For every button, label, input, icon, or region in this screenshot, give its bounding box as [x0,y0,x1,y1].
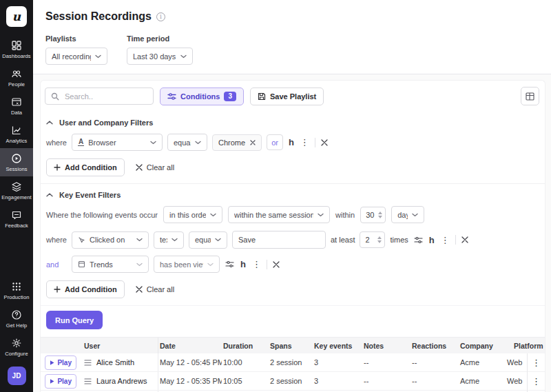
field-select[interactable]: A Browser [72,134,163,151]
event-value-input[interactable] [232,231,326,249]
close-icon [136,286,143,293]
remove-condition-icon[interactable] [320,139,329,146]
event-select[interactable]: Clicked on [72,231,149,249]
page-title: Session Recordings [45,10,152,23]
filter-properties-icon[interactable] [225,260,235,268]
sidebar-item-label: People [8,81,25,87]
event-filters-header[interactable]: Key Event Filters [46,187,539,205]
column-header-user[interactable]: User [83,338,158,353]
column-header-duration[interactable]: Duration [222,342,269,350]
group-condition-icon[interactable]: h [240,260,247,269]
sidebar-item-people[interactable]: People [0,63,33,92]
sidebar-item-analytics[interactable]: Analytics [0,120,33,148]
times-count-value[interactable] [365,236,375,244]
group-condition-icon[interactable]: h [288,138,295,147]
session-duration: 10:00 [222,358,269,367]
time-period-select[interactable]: Last 30 days [127,48,193,65]
page-header: Session Recordings i [33,0,551,29]
sidebar-item-get-help[interactable]: Get Help [0,305,33,333]
times-label: times [390,236,408,244]
property-select[interactable]: text [154,231,184,249]
play-button[interactable]: Play [45,355,76,370]
column-header-date[interactable]: Date [158,342,222,350]
search-input[interactable] [63,92,147,101]
more-options-icon[interactable]: ⋮ [251,260,262,269]
within-value-input[interactable] [360,207,386,223]
columns-button[interactable] [521,87,539,105]
viewed-operator-select[interactable]: has been viewed [154,256,220,273]
chevron-up-icon [46,193,53,197]
sidebar-item-sessions[interactable]: Sessions [0,148,33,176]
row-menu-button[interactable]: ⋮ [528,353,545,372]
chip-label: Chrome [218,138,245,147]
column-header-platform[interactable]: Platform [506,342,545,350]
add-condition-button[interactable]: Add Condition [46,280,125,298]
event-filters-actions: Add Condition Clear all [46,279,539,305]
sidebar-item-dashboards[interactable]: Dashboards [0,35,33,63]
remove-condition-icon[interactable] [272,261,280,268]
sidebar-item-label: Engagement [1,194,32,200]
at-least-label: at least [331,236,355,244]
clear-all-button[interactable]: Clear all [136,285,174,293]
or-button[interactable]: or [267,134,283,150]
chevron-down-icon [215,238,221,242]
sidebar-item-label: Sessions [6,166,27,172]
table-row: Play Laura Andrews May 12 - 05:35 PM 10:… [41,372,545,391]
recordings-card: Conditions 3 Save Playlist [40,80,545,392]
event-select[interactable]: Trends [72,256,149,273]
within-value[interactable] [366,211,375,219]
app-logo[interactable]: u [6,6,27,27]
where-label: where [46,138,67,147]
order-select[interactable]: in this order [163,206,222,223]
user-name: Laura Andrews [96,377,147,385]
row-menu-button[interactable]: ⋮ [528,372,545,391]
session-duration: 10:05 [222,377,269,385]
remove-chip-icon[interactable] [250,140,256,145]
property-value: text [160,236,167,244]
stepper-icon[interactable] [378,212,382,218]
playlists-select[interactable]: All recordings [45,48,107,65]
filter-properties-icon[interactable] [413,236,424,244]
sidebar-item-feedback[interactable]: Feedback [0,205,33,233]
column-header-notes[interactable]: Notes [362,342,410,350]
info-icon[interactable]: i [156,12,165,21]
unit-select[interactable]: days [391,206,424,223]
sidebar-item-configure[interactable]: Configure [0,333,33,361]
divider [315,138,315,147]
event-filter-row-1: where Clicked on text [46,230,539,255]
column-header-key-events[interactable]: Key events [313,342,362,350]
user-avatar[interactable]: JD [8,367,26,385]
session-notes: -- [362,358,410,367]
add-condition-button[interactable]: Add Condition [46,158,125,176]
clear-all-button[interactable]: Clear all [136,163,174,172]
session-reactions: -- [410,377,459,385]
operator-select[interactable]: equals [167,134,207,151]
where-label: where [46,236,67,244]
group-condition-icon[interactable]: h [428,236,435,245]
sidebar-item-data[interactable]: Data [0,92,33,120]
sidebar-item-engagement[interactable]: Engagement [0,176,33,205]
stepper-icon[interactable] [377,236,382,243]
play-button[interactable]: Play [45,374,76,389]
help-icon [11,309,22,320]
session-reactions: -- [410,358,459,367]
user-filters-header[interactable]: User and Company Filters [46,115,539,133]
times-count-input[interactable] [360,231,385,248]
save-playlist-button[interactable]: Save Playlist [250,87,324,105]
column-header-reactions[interactable]: Reactions [410,342,459,350]
session-company: Acme [459,377,506,385]
scope-select[interactable]: within the same session [228,206,330,223]
conditions-button[interactable]: Conditions 3 [160,87,244,105]
remove-condition-icon[interactable] [461,236,469,243]
play-label: Play [57,359,72,367]
more-options-icon[interactable]: ⋮ [440,236,450,245]
event-operator-value: equals [195,236,211,244]
save-icon [258,92,266,101]
column-header-company[interactable]: Company [459,342,506,350]
sidebar-item-production[interactable]: Production [0,276,33,305]
column-header-spans[interactable]: Spans [269,342,313,350]
more-options-icon[interactable]: ⋮ [300,138,310,147]
run-query-button[interactable]: Run Query [46,311,103,329]
event-operator-select[interactable]: equals [189,231,227,249]
search-icon [51,92,59,101]
